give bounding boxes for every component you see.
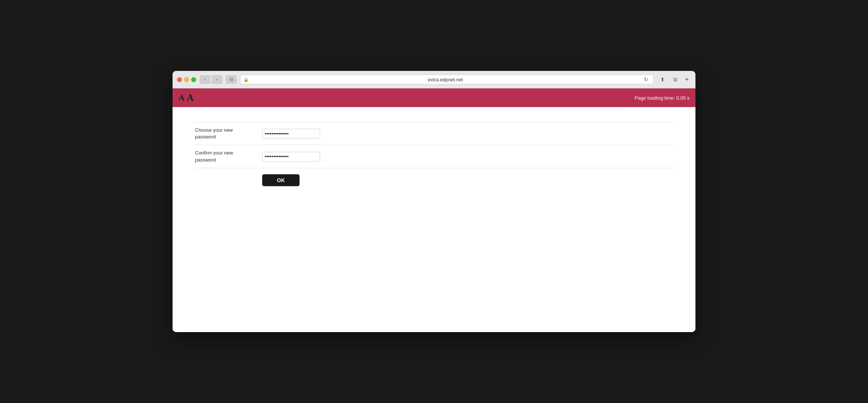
ok-button[interactable]: OK: [262, 174, 300, 186]
browser-window: ‹ › ⊟ 🔒 extra.edpnet.net ↻ ⬆ ⧉ +: [173, 71, 695, 332]
new-password-input[interactable]: [262, 129, 320, 138]
confirm-password-input[interactable]: [262, 152, 320, 162]
address-bar[interactable]: 🔒 extra.edpnet.net ↻: [240, 75, 654, 84]
minimize-button[interactable]: [184, 77, 189, 82]
new-password-label: Choose your new password: [195, 127, 255, 140]
page-loading-time: Page loading time: 0.00 s: [635, 95, 689, 101]
share-button[interactable]: ⬆: [657, 75, 668, 84]
button-row: OK: [195, 168, 673, 192]
confirm-password-row: Confirm your new password: [195, 145, 673, 168]
new-tab-button[interactable]: +: [683, 75, 691, 84]
confirm-password-label: Confirm your new password: [195, 150, 255, 163]
address-bar-container: 🔒 extra.edpnet.net ↻: [240, 75, 654, 84]
logo-large-a: A: [187, 92, 194, 103]
main-content: Choose your new password Confirm your ne…: [173, 107, 695, 332]
sidebar-icon: ⊟: [229, 77, 233, 82]
traffic-lights: [177, 77, 196, 82]
sidebar-toggle-button[interactable]: ⊟: [226, 75, 236, 84]
reload-button[interactable]: ↻: [642, 75, 650, 84]
form-container: Choose your new password Confirm your ne…: [195, 122, 673, 192]
share-icon: ⬆: [660, 76, 665, 82]
app-logo: A A: [179, 92, 194, 103]
new-password-row: Choose your new password: [195, 122, 673, 145]
forward-button[interactable]: ›: [212, 75, 222, 84]
back-button[interactable]: ‹: [200, 75, 210, 84]
url-text: extra.edpnet.net: [251, 77, 640, 82]
browser-chrome: ‹ › ⊟ 🔒 extra.edpnet.net ↻ ⬆ ⧉ +: [173, 71, 695, 88]
close-button[interactable]: [177, 77, 182, 82]
app-header: A A Page loading time: 0.00 s: [173, 88, 695, 107]
reload-icon: ↻: [644, 76, 648, 82]
browser-actions: ⬆ ⧉ +: [657, 75, 691, 84]
new-tab-icon: +: [685, 76, 689, 84]
maximize-button[interactable]: [191, 77, 196, 82]
duplicate-button[interactable]: ⧉: [670, 75, 681, 84]
lock-icon: 🔒: [244, 77, 249, 82]
duplicate-icon: ⧉: [673, 76, 677, 83]
logo-small-a: A: [179, 93, 185, 103]
nav-buttons: ‹ ›: [200, 75, 222, 84]
